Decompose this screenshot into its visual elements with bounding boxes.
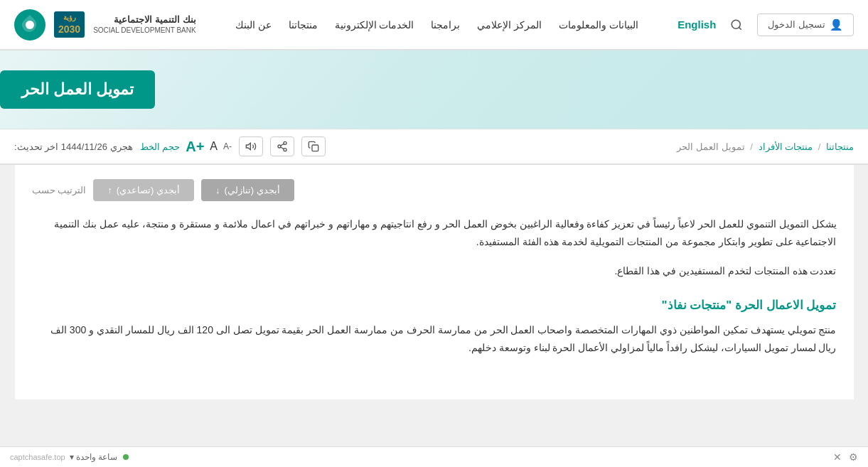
header: 👤 تسجيل الدخول English البيانات والمعلوم… [0, 0, 868, 50]
nav-item-products[interactable]: منتجاتنا [289, 19, 318, 31]
svg-marker-10 [246, 143, 250, 149]
svg-point-3 [26, 21, 34, 29]
captcha-settings-icon: ⚙ [849, 451, 858, 463]
captcha-close-button[interactable]: ✕ [833, 451, 842, 463]
copy-button[interactable] [301, 136, 326, 156]
audio-button[interactable] [239, 136, 263, 156]
last-update-calendar: هجري [110, 141, 133, 152]
sort-label: الترتيب حسب [32, 185, 87, 195]
captcha-domain: captchasafe.top [10, 453, 65, 461]
share-button[interactable] [270, 136, 294, 156]
captcha-bar: ⚙ ✕ ساعة واحدة ▾ captchasafe.top [0, 446, 868, 467]
breadcrumb-sep2: / [750, 141, 753, 152]
search-button[interactable] [730, 18, 743, 31]
svg-line-9 [281, 144, 284, 146]
main-nav: البيانات والمعلومات المركز الإعلامي برام… [235, 19, 639, 31]
nav-item-media[interactable]: المركز الإعلامي [477, 19, 542, 31]
header-left: 👤 تسجيل الدخول English [677, 14, 854, 36]
vision-badge: رؤية 2030 [54, 11, 85, 38]
svg-line-8 [281, 147, 284, 149]
bank-name-english: SOCIAL DEVELOPMENT BANK [93, 26, 196, 35]
breadcrumb-sub[interactable]: منتجات الأفراد [759, 141, 813, 152]
font-size-label: حجم الخط [140, 141, 181, 152]
intro-paragraph-2: تعددت هذه المنتجات لتخدم المستفيدين في ه… [32, 262, 837, 280]
breadcrumb: منتجاتنا / منتجات الأفراد / تمويل العمل … [677, 141, 854, 152]
captcha-status: ساعة واحدة ▾ [70, 452, 129, 462]
copy-icon [308, 141, 319, 152]
captcha-bar-right: ساعة واحدة ▾ captchasafe.top [10, 452, 129, 462]
breadcrumb-home[interactable]: منتجاتنا [826, 141, 854, 152]
sort-asc-label: أبجدي (تصاعدي) [117, 185, 180, 195]
share-icon [277, 141, 288, 152]
intro-paragraph-1: يشكل التمويل التنموي للعمل الحر لاعباً ر… [32, 215, 837, 251]
logo-area: بنك التنمية الاجتماعية SOCIAL DEVELOPMEN… [14, 9, 196, 41]
captcha-bar-left: ⚙ ✕ [833, 451, 858, 463]
sort-desc-label: أبجدي (تنازلي) [224, 185, 279, 195]
font-increase-button[interactable]: +A [186, 139, 204, 155]
section1-title: تمويل الاعمال الحرة "منتجات نفاذ" [32, 298, 837, 313]
captcha-settings-button[interactable]: ⚙ [849, 451, 858, 463]
logo-text: بنك التنمية الاجتماعية SOCIAL DEVELOPMEN… [93, 14, 196, 36]
login-label: تسجيل الدخول [768, 19, 825, 30]
toolbar-left: -A A +A حجم الخط هجري 1444/11/26 اخر تحد… [14, 136, 326, 156]
svg-point-5 [284, 141, 286, 144]
font-size-controls: -A A +A حجم الخط [140, 139, 232, 155]
search-icon [730, 18, 743, 31]
breadcrumb-current: تمويل العمل الحر [677, 141, 744, 152]
breadcrumb-sep1: / [818, 141, 821, 152]
language-switcher[interactable]: English [677, 18, 716, 31]
font-decrease-button[interactable]: -A [223, 141, 232, 151]
svg-point-7 [284, 149, 286, 151]
captcha-status-dot [123, 454, 129, 460]
toolbar-bar: -A A +A حجم الخط هجري 1444/11/26 اخر تحد… [0, 129, 868, 164]
bank-logo-icon [14, 9, 45, 41]
nav-item-data[interactable]: البيانات والمعلومات [559, 19, 638, 31]
svg-line-1 [739, 27, 741, 29]
bank-name-arabic: بنك التنمية الاجتماعية [93, 14, 196, 26]
hero-banner: تمويل العمل الحر [0, 50, 868, 129]
sort-bar: أبجدي (تنازلي) ↓ أبجدي (تصاعدي) ↑ الترتي… [32, 179, 837, 201]
svg-point-0 [732, 20, 741, 28]
sort-asc-arrow: ↑ [107, 185, 112, 195]
sort-desc-arrow: ↓ [215, 185, 220, 195]
main-content: أبجدي (تنازلي) ↓ أبجدي (تصاعدي) ↑ الترتي… [15, 165, 854, 399]
sort-asc-button[interactable]: أبجدي (تصاعدي) ↑ [93, 179, 194, 201]
sort-desc-button[interactable]: أبجدي (تنازلي) ↓ [201, 179, 294, 201]
nav-item-about[interactable]: عن البنك [235, 19, 272, 31]
svg-rect-4 [312, 145, 318, 151]
section1-body: منتج تمويلي يستهدف تمكين المواطنين ذوي ا… [32, 321, 837, 357]
captcha-status-label: ساعة واحدة ▾ [70, 452, 118, 462]
font-normal-button[interactable]: A [210, 140, 218, 153]
login-button[interactable]: 👤 تسجيل الدخول [757, 14, 854, 36]
captcha-close-icon: ✕ [833, 451, 842, 463]
last-update-date: 1444/11/26 [61, 141, 107, 152]
nav-item-eservices[interactable]: الخدمات الإلكترونية [335, 19, 414, 31]
person-icon: 👤 [830, 18, 843, 31]
last-update: هجري 1444/11/26 اخر تحديث: [14, 141, 133, 152]
last-update-label: اخر تحديث: [14, 141, 58, 152]
svg-point-6 [278, 145, 281, 148]
hero-title: تمويل العمل الحر [0, 70, 155, 109]
nav-item-programs[interactable]: برامجنا [431, 19, 460, 31]
audio-icon [245, 141, 257, 152]
